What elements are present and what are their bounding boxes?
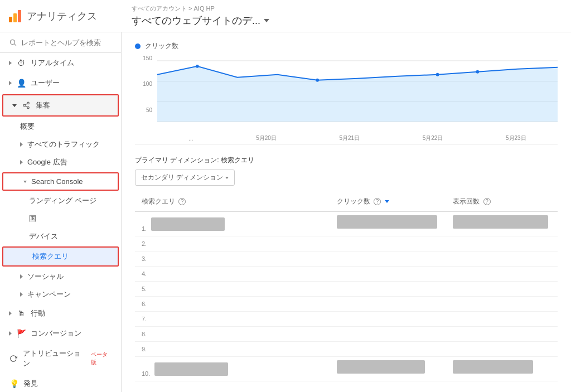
person-icon: 👤 <box>16 78 26 88</box>
chart-section: クリック数 150 100 50 <box>135 41 558 144</box>
sidebar-item-all-traffic[interactable]: すべてのトラフィック <box>0 135 121 153</box>
row-number: 6. <box>142 301 147 307</box>
svg-point-14 <box>436 73 439 76</box>
info-icon-query[interactable]: ? <box>178 198 186 205</box>
table-row[interactable]: 7. <box>135 312 558 327</box>
beta-badge: ベータ版 <box>91 351 112 366</box>
chevron-right-icon <box>9 61 12 65</box>
sidebar-label-device: デバイス <box>29 232 58 240</box>
property-name: すべてのウェブサイトのデ... <box>132 14 260 27</box>
svg-point-15 <box>476 70 480 74</box>
y-label-50: 50 <box>146 107 152 113</box>
table-row[interactable]: 1. <box>135 211 558 236</box>
sidebar-item-realtime[interactable]: ⏱ リアルタイム <box>0 53 121 73</box>
td-query: 8. <box>135 327 330 342</box>
svg-point-3 <box>23 104 26 107</box>
sidebar-label-behavior: 行動 <box>31 308 45 318</box>
sidebar-label-campaign: キャンペーン <box>27 289 71 299</box>
main-layout: ⏱ リアルタイム 👤 ユーザー 集客 概要 <box>0 32 571 392</box>
logo-bar-1 <box>9 17 12 22</box>
chevron-down-icon <box>225 177 229 179</box>
top-header: アナリティクス すべてのアカウント > AIQ HP すべてのウェブサイトのデ.… <box>0 0 571 32</box>
th-query[interactable]: 検索クエリ ? <box>135 192 330 211</box>
refresh-icon <box>9 354 18 364</box>
impressions-bar <box>453 215 548 229</box>
sidebar-label-landing-page: ランディング ページ <box>29 196 96 205</box>
info-icon-clicks[interactable]: ? <box>374 198 381 205</box>
td-impressions <box>446 236 558 251</box>
secondary-btn-label: セカンダリ ディメンション <box>141 173 223 182</box>
clock-icon: ⏱ <box>16 58 26 68</box>
td-query: 3. <box>135 251 330 267</box>
td-impressions <box>446 357 558 381</box>
search-icon <box>9 38 17 47</box>
chevron-right-icon <box>9 311 12 316</box>
row-number: 8. <box>142 331 147 337</box>
sidebar-search-area[interactable] <box>0 32 121 53</box>
td-clicks <box>330 342 447 357</box>
legend-dot-clicks <box>135 43 141 49</box>
clicks-bar <box>337 360 425 374</box>
td-impressions <box>446 251 558 267</box>
sidebar-item-google-ads[interactable]: Google 広告 <box>0 153 121 171</box>
th-clicks[interactable]: クリック数 ? <box>330 192 447 211</box>
sidebar-item-users[interactable]: 👤 ユーザー <box>0 73 121 93</box>
data-table: 検索クエリ ? クリック数 ? 表示回数 ? 1.2.3.4.5.6.7.8.9… <box>135 192 558 381</box>
svg-point-0 <box>10 40 14 44</box>
table-header-row: 検索クエリ ? クリック数 ? 表示回数 ? <box>135 192 558 211</box>
sidebar-item-behavior[interactable]: 🖱 行動 <box>0 303 121 323</box>
flag-icon: 🚩 <box>16 328 26 338</box>
td-clicks <box>330 327 447 342</box>
search-input[interactable] <box>21 38 112 47</box>
sidebar-item-country[interactable]: 国 <box>0 210 121 228</box>
td-query: 7. <box>135 312 330 327</box>
svg-line-1 <box>14 44 16 46</box>
sidebar-item-discover[interactable]: 💡 発見 <box>0 374 121 392</box>
td-query: 6. <box>135 297 330 312</box>
sidebar-item-social[interactable]: ソーシャル <box>0 268 121 285</box>
td-impressions <box>446 297 558 312</box>
dimension-prefix: プライマリ ディメンション: <box>135 156 219 164</box>
secondary-dimension-button[interactable]: セカンダリ ディメンション <box>135 170 235 186</box>
sidebar-item-attribution[interactable]: アトリビューション ベータ版 <box>0 343 121 374</box>
info-icon-impressions[interactable]: ? <box>483 198 491 205</box>
table-row[interactable]: 9. <box>135 342 558 357</box>
svg-line-5 <box>25 106 27 107</box>
table-row[interactable]: 10. <box>135 357 558 381</box>
chevron-right-icon <box>9 81 12 85</box>
table-row[interactable]: 8. <box>135 327 558 342</box>
td-clicks <box>330 297 447 312</box>
sidebar-item-landing-page[interactable]: ランディング ページ <box>0 192 121 210</box>
sidebar-item-overview[interactable]: 概要 <box>0 118 121 135</box>
sidebar-item-campaign[interactable]: キャンペーン <box>0 285 121 303</box>
breadcrumb: すべてのアカウント > AIQ HP <box>132 4 269 13</box>
td-clicks <box>330 267 447 282</box>
table-row[interactable]: 3. <box>135 251 558 267</box>
table-row[interactable]: 2. <box>135 236 558 251</box>
dimension-value: 検索クエリ <box>221 156 254 164</box>
sidebar-item-acquisition[interactable]: 集客 <box>3 95 118 115</box>
logo-bar-3 <box>18 10 21 22</box>
property-dropdown-arrow[interactable] <box>264 19 269 22</box>
query-bar <box>154 362 228 376</box>
chevron-right-icon <box>9 331 12 336</box>
table-row[interactable]: 5. <box>135 282 558 297</box>
th-impressions[interactable]: 表示回数 ? <box>446 192 558 211</box>
property-selector[interactable]: すべてのウェブサイトのデ... <box>132 14 269 27</box>
app-title: アナリティクス <box>27 9 97 23</box>
sidebar-item-conversion[interactable]: 🚩 コンバージョン <box>0 323 121 343</box>
x-label-522: 5月22日 <box>423 134 443 142</box>
table-row[interactable]: 6. <box>135 297 558 312</box>
sidebar: ⏱ リアルタイム 👤 ユーザー 集客 概要 <box>0 32 122 392</box>
bulb-icon: 💡 <box>9 379 19 389</box>
chart-svg-area <box>157 55 558 133</box>
sidebar-item-search-console[interactable]: Search Console <box>3 173 118 190</box>
sidebar-item-search-query[interactable]: 検索クエリ <box>3 248 118 265</box>
td-impressions <box>446 267 558 282</box>
sidebar-item-device[interactable]: デバイス <box>0 228 121 245</box>
x-label-521: 5月21日 <box>339 134 360 142</box>
table-row[interactable]: 4. <box>135 267 558 282</box>
y-label-100: 100 <box>143 81 152 87</box>
query-bar <box>151 217 225 231</box>
chart-legend: クリック数 <box>135 41 558 51</box>
